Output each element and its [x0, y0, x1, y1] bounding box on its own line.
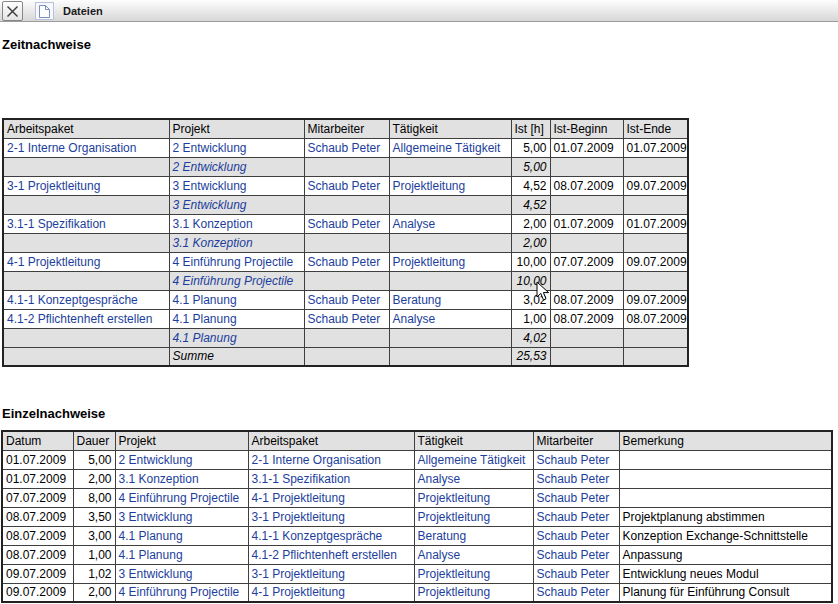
cell-arbeitspaket[interactable]: 4.1-2 Pflichtenheft erstellen	[248, 545, 414, 564]
cell-taetigkeit[interactable]: Analyse	[414, 469, 533, 488]
cell-mitarbeiter[interactable]	[304, 347, 389, 366]
table-row: 3.1 Konzeption 2,00	[3, 233, 688, 252]
close-button[interactable]	[2, 1, 23, 21]
cell-mitarbeiter[interactable]: Schaub Peter	[304, 309, 389, 328]
cell-arbeitspaket[interactable]: 4.1-1 Konzeptgespräche	[248, 526, 414, 545]
cell-projekt[interactable]: 3.1 Konzeption	[115, 469, 248, 488]
cell-mitarbeiter[interactable]: Schaub Peter	[533, 450, 619, 469]
cell-arbeitspaket[interactable]: 4.1-2 Pflichtenheft erstellen	[3, 309, 169, 328]
files-button[interactable]	[35, 2, 54, 20]
cell-arbeitspaket[interactable]	[3, 233, 169, 252]
cell-taetigkeit[interactable]	[389, 271, 511, 290]
cell-taetigkeit[interactable]: Beratung	[414, 526, 533, 545]
cell-taetigkeit[interactable]: Projektleitung	[389, 176, 511, 195]
cell-projekt[interactable]: Summe	[169, 347, 304, 366]
cell-arbeitspaket[interactable]: 3-1 Projektleitung	[248, 507, 414, 526]
cell-ist-beginn: 07.07.2009	[550, 252, 623, 271]
cell-arbeitspaket[interactable]	[3, 195, 169, 214]
cell-arbeitspaket[interactable]: 4.1-1 Konzeptgespräche	[3, 290, 169, 309]
cell-taetigkeit[interactable]	[389, 195, 511, 214]
cell-taetigkeit[interactable]	[389, 347, 511, 366]
cell-arbeitspaket[interactable]	[3, 271, 169, 290]
cell-projekt[interactable]: 4.1 Planung	[115, 526, 248, 545]
cell-taetigkeit[interactable]	[389, 328, 511, 347]
cell-mitarbeiter[interactable]	[304, 195, 389, 214]
cell-taetigkeit[interactable]: Allgemeine Tätigkeit	[389, 138, 511, 157]
cell-arbeitspaket[interactable]: 4-1 Projektleitung	[3, 252, 169, 271]
cell-mitarbeiter[interactable]: Schaub Peter	[304, 290, 389, 309]
col-header-mitarbeiter: Mitarbeiter	[533, 431, 619, 450]
cell-arbeitspaket[interactable]: 3.1-1 Spezifikation	[248, 469, 414, 488]
cell-arbeitspaket[interactable]: 4-1 Projektleitung	[248, 488, 414, 507]
cell-taetigkeit[interactable]: Analyse	[414, 545, 533, 564]
cell-mitarbeiter[interactable]: Schaub Peter	[533, 488, 619, 507]
cell-ist-beginn	[550, 195, 623, 214]
cell-arbeitspaket[interactable]	[3, 328, 169, 347]
cell-taetigkeit[interactable]	[389, 157, 511, 176]
cell-mitarbeiter[interactable]	[304, 233, 389, 252]
cell-ist-beginn: 08.07.2009	[550, 309, 623, 328]
table-row: 3-1 Projektleitung 3 Entwicklung Schaub …	[3, 176, 688, 195]
cell-datum: 08.07.2009	[2, 507, 73, 526]
cell-projekt[interactable]: 3 Entwicklung	[169, 176, 304, 195]
cell-ist-ende: 01.07.2009	[623, 214, 688, 233]
cell-mitarbeiter[interactable]	[304, 328, 389, 347]
cell-taetigkeit[interactable]: Projektleitung	[414, 564, 533, 583]
cell-projekt[interactable]: 4 Einführung Projectile	[169, 252, 304, 271]
cell-mitarbeiter[interactable]	[304, 271, 389, 290]
cell-taetigkeit[interactable]: Allgemeine Tätigkeit	[414, 450, 533, 469]
cell-taetigkeit[interactable]: Analyse	[389, 214, 511, 233]
cell-projekt[interactable]: 3 Entwicklung	[115, 507, 248, 526]
cell-projekt[interactable]: 4 Einführung Projectile	[115, 583, 248, 602]
cell-arbeitspaket[interactable]: 3-1 Projektleitung	[248, 564, 414, 583]
cell-projekt[interactable]: 2 Entwicklung	[115, 450, 248, 469]
cell-projekt[interactable]: 4.1 Planung	[169, 328, 304, 347]
cell-projekt[interactable]: 3.1 Konzeption	[169, 233, 304, 252]
cell-ist-hours: 10,00	[511, 271, 550, 290]
cell-mitarbeiter[interactable]	[304, 157, 389, 176]
cell-arbeitspaket[interactable]: 3-1 Projektleitung	[3, 176, 169, 195]
cell-arbeitspaket[interactable]: 2-1 Interne Organisation	[3, 138, 169, 157]
cell-taetigkeit[interactable]: Beratung	[389, 290, 511, 309]
cell-mitarbeiter[interactable]: Schaub Peter	[304, 252, 389, 271]
cell-ist-hours: 3,02	[511, 290, 550, 309]
col-header-mitarbeiter: Mitarbeiter	[304, 119, 389, 138]
cell-mitarbeiter[interactable]: Schaub Peter	[533, 507, 619, 526]
cell-taetigkeit[interactable]: Analyse	[389, 309, 511, 328]
cell-dauer: 1,00	[73, 545, 115, 564]
cell-mitarbeiter[interactable]: Schaub Peter	[533, 545, 619, 564]
cell-arbeitspaket[interactable]: 2-1 Interne Organisation	[248, 450, 414, 469]
cell-taetigkeit[interactable]	[389, 233, 511, 252]
cell-mitarbeiter[interactable]: Schaub Peter	[533, 564, 619, 583]
cell-taetigkeit[interactable]: Projektleitung	[389, 252, 511, 271]
cell-projekt[interactable]: 4.1 Planung	[169, 290, 304, 309]
table-row: 08.07.2009 1,00 4.1 Planung 4.1-2 Pflich…	[2, 545, 832, 564]
cell-bemerkung	[619, 469, 832, 488]
cell-mitarbeiter[interactable]: Schaub Peter	[304, 138, 389, 157]
cell-projekt[interactable]: 2 Entwicklung	[169, 138, 304, 157]
cell-ist-hours: 2,00	[511, 214, 550, 233]
cell-taetigkeit[interactable]: Projektleitung	[414, 583, 533, 602]
cell-datum: 01.07.2009	[2, 450, 73, 469]
cell-arbeitspaket[interactable]: 3.1-1 Spezifikation	[3, 214, 169, 233]
cell-mitarbeiter[interactable]: Schaub Peter	[304, 214, 389, 233]
cell-mitarbeiter[interactable]: Schaub Peter	[533, 526, 619, 545]
cell-arbeitspaket[interactable]: 4-1 Projektleitung	[248, 583, 414, 602]
cell-projekt[interactable]: 3 Entwicklung	[115, 564, 248, 583]
cell-projekt[interactable]: 4.1 Planung	[169, 309, 304, 328]
cell-projekt[interactable]: 4 Einführung Projectile	[169, 271, 304, 290]
cell-taetigkeit[interactable]: Projektleitung	[414, 488, 533, 507]
cell-taetigkeit[interactable]: Projektleitung	[414, 507, 533, 526]
cell-mitarbeiter[interactable]: Schaub Peter	[304, 176, 389, 195]
cell-mitarbeiter[interactable]: Schaub Peter	[533, 469, 619, 488]
cell-arbeitspaket[interactable]	[3, 157, 169, 176]
cell-projekt[interactable]: 4.1 Planung	[115, 545, 248, 564]
table-row: 3 Entwicklung 4,52	[3, 195, 688, 214]
cell-datum: 08.07.2009	[2, 526, 73, 545]
cell-projekt[interactable]: 4 Einführung Projectile	[115, 488, 248, 507]
cell-mitarbeiter[interactable]: Schaub Peter	[533, 583, 619, 602]
cell-projekt[interactable]: 3 Entwicklung	[169, 195, 304, 214]
cell-arbeitspaket[interactable]	[3, 347, 169, 366]
cell-projekt[interactable]: 2 Entwicklung	[169, 157, 304, 176]
cell-projekt[interactable]: 3.1 Konzeption	[169, 214, 304, 233]
